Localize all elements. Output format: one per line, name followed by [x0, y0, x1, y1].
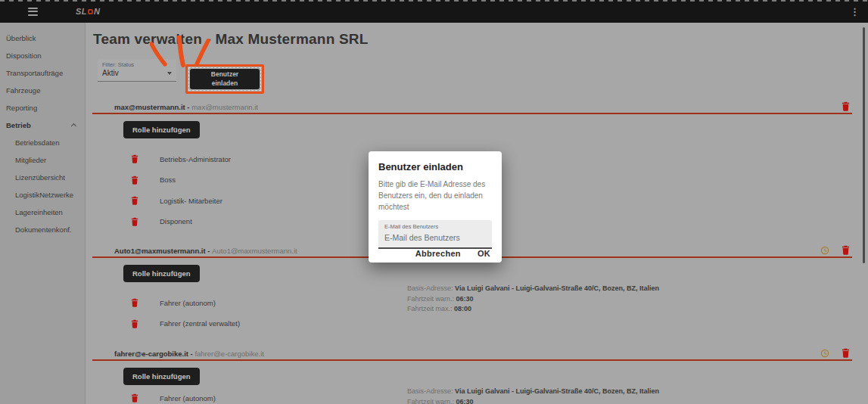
chevron-up-icon — [71, 123, 76, 129]
delete-role-icon[interactable] — [131, 176, 138, 185]
sidebar-item-dokumentenkonf[interactable]: Dokumentenkonf. — [0, 221, 85, 238]
member-details: Basis-Adresse: Via Luigi Galvani - Luigi… — [407, 284, 659, 315]
page-title: Team verwalten - Max Mustermann SRL — [93, 31, 369, 48]
top-bar: SL N ⋮ — [0, 0, 868, 23]
app-logo: SL N — [76, 7, 101, 16]
add-role-button[interactable]: Rolle hinzufügen — [123, 368, 200, 385]
delete-role-icon[interactable] — [131, 319, 138, 328]
status-filter-select[interactable]: Filter: Status Aktiv — [98, 59, 176, 82]
delete-member-icon[interactable] — [842, 245, 850, 255]
dialog-title: Benutzer einladen — [378, 161, 492, 172]
row-divider — [92, 359, 852, 361]
invite-button-line1: Benutzer — [211, 70, 238, 78]
sidebar-item-logistiknetzwerke[interactable]: LogistikNetzwerke — [0, 186, 85, 204]
row-divider — [92, 113, 852, 114]
delete-role-icon[interactable] — [131, 217, 138, 226]
role-label: Betriebs-Administrator — [160, 155, 231, 163]
dialog-body-text: Bitte gib die E-Mail Adresse des Benutze… — [378, 179, 492, 213]
ok-button[interactable]: OK — [478, 249, 490, 258]
role-item: Disponent — [131, 216, 231, 227]
chevron-down-icon — [167, 72, 172, 75]
app-window: SL N ⋮ Überblick Disposition Transportau… — [0, 0, 868, 404]
role-item: Logistik- Mitarbeiter — [131, 195, 231, 206]
role-label: Fahrer (autonom) — [160, 394, 216, 402]
kebab-menu-icon[interactable]: ⋮ — [850, 7, 860, 17]
member-email: fahrer@e-cargobike.it - fahrer@e-cargobi… — [114, 350, 264, 358]
logo-text-suffix: N — [94, 7, 100, 16]
role-label: Fahrer (autonom) — [160, 299, 216, 307]
sidebar-item-fahrzeuge[interactable]: Fahrzeuge — [0, 82, 85, 99]
role-label: Fahrer (zentral verwaltet) — [160, 319, 240, 328]
email-field-label: E-Mail des Benutzers — [384, 223, 486, 230]
delete-member-icon[interactable] — [842, 101, 850, 111]
role-label: Disponent — [160, 217, 192, 225]
driving-time-clock-icon[interactable] — [820, 246, 829, 255]
email-field[interactable] — [384, 233, 486, 242]
sidebar-item-reporting[interactable]: Reporting — [0, 99, 85, 117]
email-field-container: E-Mail des Benutzers — [378, 220, 492, 249]
sidebar-item-betriebsdaten[interactable]: Betriebsdaten — [0, 134, 85, 151]
delete-role-icon[interactable] — [131, 393, 138, 402]
member-details: Basis-Adresse: Via Luigi Galvani - Luigi… — [407, 387, 659, 404]
role-item: Fahrer (autonom) — [131, 297, 240, 308]
invite-user-dialog: Benutzer einladen Bitte gib die E-Mail A… — [369, 151, 502, 263]
role-item: Fahrer (zentral verwaltet) — [131, 319, 240, 329]
delete-role-icon[interactable] — [131, 298, 138, 307]
role-item: Boss — [131, 175, 231, 185]
sidebar-item-ueberblick[interactable]: Überblick — [0, 30, 85, 47]
member-email: max@mustermann.it - max@mustermann.it — [114, 103, 258, 111]
member-email: Auto1@maxmustermann.it - Auto1@maxmuster… — [114, 247, 297, 255]
sidebar-item-lagereinheiten[interactable]: Lagereinheiten — [0, 204, 85, 221]
sidebar-item-mitglieder[interactable]: Mitglieder — [0, 151, 85, 169]
member-row: fahrer@e-cargobike.it - fahrer@e-cargobi… — [92, 347, 852, 404]
cancel-button[interactable]: Abbrechen — [415, 249, 461, 258]
menu-icon[interactable] — [28, 5, 38, 17]
vertical-scrollbar[interactable] — [863, 27, 865, 263]
sidebar-item-lizenzuebersicht[interactable]: Lizenzübersicht — [0, 169, 85, 186]
role-label: Boss — [160, 176, 176, 184]
sidebar-item-betrieb[interactable]: Betrieb — [0, 117, 85, 134]
add-role-button[interactable]: Rolle hinzufügen — [123, 265, 200, 282]
invite-button-line2: einladen — [212, 79, 238, 87]
role-label: Logistik- Mitarbeiter — [160, 197, 222, 205]
delete-member-icon[interactable] — [842, 348, 850, 358]
annotation-highlight-box: Benutzer einladen — [185, 64, 264, 94]
sidebar-item-betrieb-label: Betrieb — [6, 121, 31, 129]
add-role-button[interactable]: Rolle hinzufügen — [123, 121, 200, 138]
sidebar-item-transportauftraege[interactable]: Transportaufträge — [0, 64, 85, 82]
delete-role-icon[interactable] — [131, 196, 138, 205]
role-item: Fahrer (autonom) — [131, 393, 216, 403]
sidebar: Überblick Disposition Transportaufträge … — [0, 23, 86, 404]
filter-label: Filter: Status — [102, 61, 172, 68]
logo-text-prefix: SL — [76, 7, 87, 16]
delete-role-icon[interactable] — [131, 154, 138, 163]
invite-user-button[interactable]: Benutzer einladen — [190, 69, 260, 89]
logo-square-icon — [88, 9, 93, 14]
sidebar-item-disposition[interactable]: Disposition — [0, 47, 85, 64]
driving-time-clock-icon[interactable] — [820, 349, 829, 358]
filter-value: Aktiv — [102, 69, 119, 77]
role-item: Betriebs-Administrator — [131, 154, 231, 164]
